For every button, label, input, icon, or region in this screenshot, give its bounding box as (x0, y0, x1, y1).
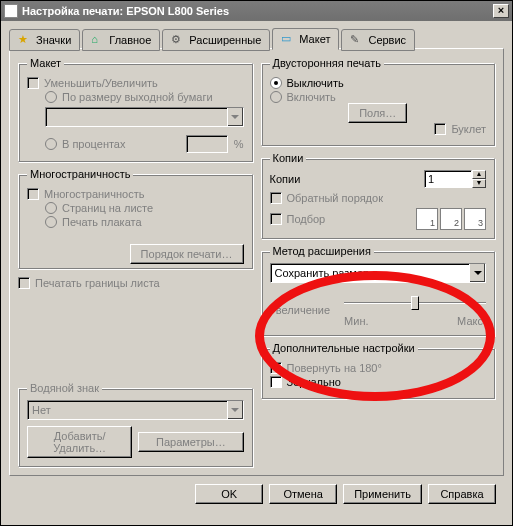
percent-radio: В процентах (45, 138, 126, 150)
tab-service[interactable]: Сервис (341, 29, 415, 51)
printer-icon (4, 4, 18, 18)
margins-button: Поля… (348, 103, 407, 123)
watermark-add-button: Добавить/Удалить… (27, 426, 132, 458)
zoom-slider (344, 293, 486, 313)
duplex-on-radio: Включить (270, 91, 487, 103)
copies-label: Копии (270, 173, 301, 185)
print-borders-checkbox[interactable]: Печатать границы листа (18, 277, 253, 289)
duplex-off-radio[interactable]: Выключить (270, 77, 487, 89)
tab-advanced[interactable]: Расширенные (162, 29, 270, 51)
rotate-checkbox[interactable]: Повернуть на 180° (270, 362, 487, 374)
group-copies-legend: Копии (270, 152, 307, 164)
apply-button[interactable]: Применить (343, 484, 422, 504)
page-icon (281, 32, 295, 46)
collate-preview-icon: 1 2 3 (416, 208, 486, 230)
scale-checkbox[interactable]: Уменьшить/Увеличить (27, 77, 244, 89)
output-paper-select (45, 107, 244, 127)
zoom-label: Увеличение (270, 304, 331, 316)
reverse-order-checkbox[interactable]: Обратный порядок (270, 192, 487, 204)
print-order-button: Порядок печати… (130, 244, 244, 264)
close-button[interactable]: × (493, 4, 509, 18)
spin-down[interactable]: ▼ (472, 179, 486, 188)
group-layout: Макет Уменьшить/Увеличить По размеру вых… (18, 57, 253, 162)
gear-icon (171, 33, 185, 47)
tabstrip: Значки Главное Расширенные Макет Сервис (9, 27, 504, 49)
window-title: Настройка печати: EPSON L800 Series (22, 5, 493, 17)
collate-checkbox[interactable]: Подбор (270, 213, 326, 225)
group-layout-legend: Макет (27, 57, 64, 69)
tab-main[interactable]: Главное (82, 29, 160, 51)
group-multipage-legend: Многостраничность (27, 168, 133, 180)
tabpage-layout: Макет Уменьшить/Увеличить По размеру вых… (9, 48, 504, 476)
group-expansion-legend: Метод расширения (270, 245, 374, 257)
group-multipage: Многостраничность Многостраничность Стра… (18, 168, 253, 269)
expansion-method-select[interactable]: Сохранить размер (270, 263, 487, 283)
poster-radio: Печать плаката (45, 216, 244, 228)
group-watermark-legend: Водяной знак (27, 382, 102, 394)
tab-icons[interactable]: Значки (9, 29, 80, 51)
group-duplex: Двусторонняя печать Выключить Включить П… (261, 57, 496, 146)
multipage-checkbox[interactable]: Многостраничность (27, 188, 244, 200)
booklet-checkbox: Буклет (270, 123, 487, 135)
group-duplex-legend: Двусторонняя печать (270, 57, 384, 69)
ok-button[interactable]: OK (195, 484, 263, 504)
home-icon (91, 33, 105, 47)
group-expansion: Метод расширения Сохранить размер Увелич… (261, 245, 496, 336)
cancel-button[interactable]: Отмена (269, 484, 337, 504)
fit-radio: По размеру выходной бумаги (45, 91, 244, 103)
group-extras-legend: Дополнительные настройки (270, 342, 418, 354)
group-watermark: Водяной знак Нет Добавить/Удалить… Парам… (18, 382, 253, 467)
print-settings-window: Настройка печати: EPSON L800 Series × Зн… (0, 0, 513, 526)
pages-per-sheet-radio: Страниц на листе (45, 202, 244, 214)
spin-up[interactable]: ▲ (472, 170, 486, 179)
watermark-params-button: Параметры… (138, 432, 243, 452)
watermark-select: Нет (27, 400, 244, 420)
titlebar[interactable]: Настройка печати: EPSON L800 Series × (1, 1, 512, 21)
copies-input[interactable] (424, 170, 472, 188)
group-extras: Дополнительные настройки Повернуть на 18… (261, 342, 496, 399)
tool-icon (350, 33, 364, 47)
group-copies: Копии Копии ▲▼ Обратный порядок Подбор (261, 152, 496, 239)
copies-spinner[interactable]: ▲▼ (424, 170, 486, 188)
dialog-buttons: OK Отмена Применить Справка (9, 476, 504, 512)
tab-layout[interactable]: Макет (272, 28, 339, 50)
star-icon (18, 33, 32, 47)
percent-input (186, 135, 228, 153)
help-button[interactable]: Справка (428, 484, 496, 504)
mirror-checkbox[interactable]: Зеркально (270, 376, 487, 388)
